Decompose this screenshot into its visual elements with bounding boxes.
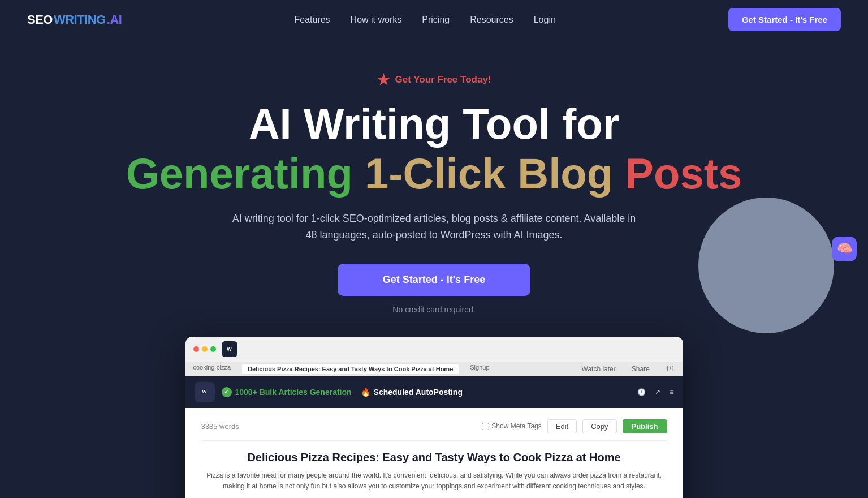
app-header: W ✓ 1000+ Bulk Articles Generation 🔥 Sch… — [185, 376, 683, 408]
preview-status: ✓ 1000+ Bulk Articles Generation 🔥 Sched… — [222, 387, 631, 397]
preview-container: W cooking pizza Delicious Pizza Recipes:… — [185, 337, 683, 498]
badge-star-icon — [377, 73, 390, 87]
dot-red — [193, 346, 199, 352]
hero-section: Get Your Free Today! AI Writing Tool for… — [0, 39, 868, 498]
publish-button[interactable]: Publish — [623, 419, 667, 433]
nav-login[interactable]: Login — [534, 15, 556, 24]
meta-label: Show Meta Tags — [491, 422, 542, 430]
nav-links: Features How it works Pricing Resources … — [294, 15, 555, 25]
brain-icon: 🧠 — [837, 242, 852, 256]
tab-signup[interactable]: Signup — [470, 364, 489, 374]
hero-subtitle: AI writing tool for 1-click SEO-optimize… — [231, 211, 638, 243]
tab-pizza-recipes[interactable]: Delicious Pizza Recipes: Easy and Tasty … — [242, 364, 459, 374]
logo-writing: WRITING — [54, 12, 106, 27]
scheduled-label: Scheduled AutoPosting — [374, 388, 463, 397]
logo[interactable]: SEOWRITING.AI — [27, 12, 122, 27]
nav-cta-button[interactable]: Get Started - It's Free — [728, 8, 841, 31]
tab-items: cooking pizza Delicious Pizza Recipes: E… — [193, 364, 490, 374]
header-icons: 🕐 ↗ ≡ — [637, 388, 673, 396]
watch-later-label: Watch later — [582, 365, 616, 373]
app-logo-text: W — [202, 389, 207, 394]
hero-badge: Get Your Free Today! — [377, 73, 491, 87]
floating-widget[interactable]: 🧠 — [832, 237, 857, 261]
browser-logo: W — [222, 341, 237, 357]
browser-dots — [193, 346, 216, 352]
hero-title-line2: Generating 1-Click Blog Posts — [27, 150, 841, 198]
logo-ai: .AI — [107, 12, 122, 27]
title-word-blog: Blog — [517, 149, 613, 198]
clock-icon: 🕐 — [637, 388, 646, 396]
hero-title-line1: AI Writing Tool for — [27, 100, 841, 148]
bulk-articles-badge: ✓ 1000+ Bulk Articles Generation — [222, 387, 352, 397]
share-label: Share — [632, 365, 650, 373]
tab-cooking-pizza[interactable]: cooking pizza — [193, 364, 231, 374]
article-toolbar: 3385 words Show Meta Tags Edit Copy Publ… — [201, 419, 667, 441]
article-body: Pizza is a favorite meal for many people… — [201, 470, 667, 492]
navbar: SEOWRITING.AI Features How it works Pric… — [0, 0, 868, 39]
title-word-1click: 1-Click — [365, 149, 506, 198]
hero-cta-button[interactable]: Get Started - It's Free — [338, 264, 530, 296]
check-icon: ✓ — [222, 387, 232, 397]
dot-yellow — [202, 346, 208, 352]
nav-how-it-works[interactable]: How it works — [351, 15, 402, 24]
badge-text: Get Your Free Today! — [395, 74, 491, 85]
dot-green — [210, 346, 216, 352]
nav-features[interactable]: Features — [294, 15, 330, 24]
nav-resources[interactable]: Resources — [470, 15, 513, 24]
edit-button[interactable]: Edit — [547, 419, 577, 433]
scheduled-posting-badge: 🔥 Scheduled AutoPosting — [361, 388, 463, 397]
browser-controls: Watch later Share 1/1 — [582, 365, 675, 373]
toolbar-right: Show Meta Tags Edit Copy Publish — [482, 419, 667, 433]
browser-tab-bar: cooking pizza Delicious Pizza Recipes: E… — [185, 362, 683, 376]
title-word-posts: Posts — [625, 149, 742, 198]
decorative-circle-right — [698, 198, 834, 333]
page-count: 1/1 — [666, 365, 675, 373]
fire-icon: 🔥 — [361, 388, 370, 397]
copy-button[interactable]: Copy — [582, 419, 616, 433]
title-word-generating: Generating — [126, 149, 353, 198]
meta-check: Show Meta Tags — [482, 422, 542, 430]
logo-seo: SEO — [27, 12, 53, 27]
share-icon: ↗ — [655, 388, 660, 396]
browser-bar: W — [185, 337, 683, 362]
app-logo-small: W — [195, 382, 215, 402]
nav-pricing[interactable]: Pricing — [422, 15, 450, 24]
bulk-articles-label: 1000+ Bulk Articles Generation — [235, 388, 352, 397]
list-icon: ≡ — [670, 388, 673, 396]
article-title: Delicious Pizza Recipes: Easy and Tasty … — [201, 450, 667, 465]
article-preview: 3385 words Show Meta Tags Edit Copy Publ… — [185, 408, 683, 498]
meta-checkbox[interactable] — [482, 423, 489, 430]
word-count: 3385 words — [201, 422, 239, 431]
